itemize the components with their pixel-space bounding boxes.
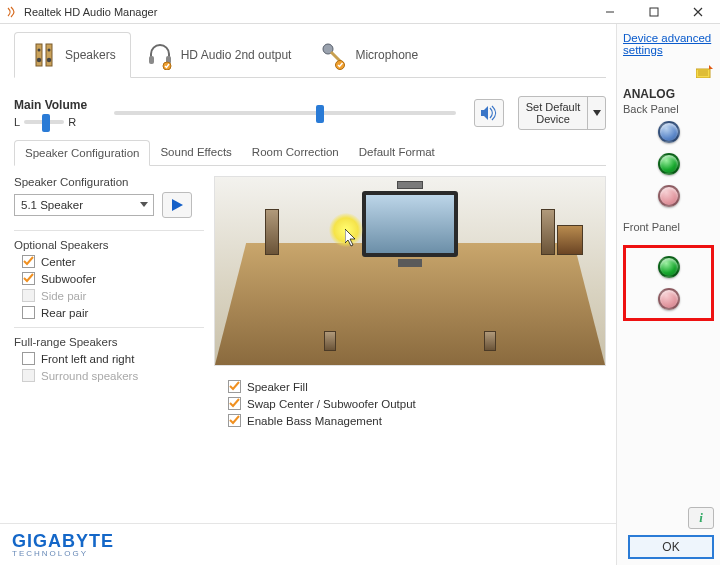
play-icon bbox=[170, 198, 184, 212]
title-bar: Realtek HD Audio Manager bbox=[0, 0, 720, 24]
app-icon bbox=[6, 6, 18, 18]
test-play-button[interactable] bbox=[162, 192, 192, 218]
checkbox-enable-bass[interactable] bbox=[228, 414, 241, 427]
svg-point-4 bbox=[48, 49, 51, 52]
set-default-device-label: Set Default Device bbox=[519, 97, 587, 129]
speaker-fill-label: Speaker Fill bbox=[247, 381, 308, 393]
front-panel-highlight-box bbox=[623, 245, 714, 321]
sub-tab-room-correction[interactable]: Room Correction bbox=[242, 140, 349, 165]
swap-center-label: Swap Center / Subwoofer Output bbox=[247, 398, 416, 410]
maximize-button[interactable] bbox=[632, 0, 676, 24]
speaker-config-label: Speaker Configuration bbox=[14, 176, 204, 188]
back-jack-line-out[interactable] bbox=[658, 153, 680, 175]
device-tabs: Speakers HD Audio 2nd output Microphone bbox=[14, 32, 606, 78]
visual-tv bbox=[362, 191, 458, 257]
svg-point-3 bbox=[38, 49, 41, 52]
surround-label: Surround speakers bbox=[41, 370, 138, 382]
balance-R-label: R bbox=[68, 116, 76, 128]
visual-center-speaker[interactable] bbox=[397, 181, 423, 189]
set-default-dropdown[interactable] bbox=[587, 97, 605, 129]
footer: GIGABYTE TECHNOLOGY bbox=[0, 523, 616, 565]
opt-rear-pair-label: Rear pair bbox=[41, 307, 88, 319]
svg-point-5 bbox=[37, 58, 41, 62]
full-range-label: Full-range Speakers bbox=[14, 336, 204, 348]
window-title: Realtek HD Audio Manager bbox=[24, 6, 588, 18]
sub-tab-speaker-config[interactable]: Speaker Configuration bbox=[14, 140, 150, 166]
microphone-icon bbox=[319, 40, 349, 70]
back-jack-line-in[interactable] bbox=[658, 121, 680, 143]
speaker-layout-visual[interactable] bbox=[214, 176, 606, 366]
tab-microphone[interactable]: Microphone bbox=[305, 32, 432, 77]
speaker-config-select[interactable]: 5.1 Speaker bbox=[14, 194, 154, 216]
balance-L-label: L bbox=[14, 116, 20, 128]
device-advanced-settings-link[interactable]: Device advanced settings bbox=[623, 32, 714, 56]
front-jack-mic[interactable] bbox=[658, 288, 680, 310]
opt-side-pair-label: Side pair bbox=[41, 290, 86, 302]
info-button[interactable]: i bbox=[688, 507, 714, 529]
minimize-button[interactable] bbox=[588, 0, 632, 24]
visual-rear-left-speaker[interactable] bbox=[324, 331, 336, 351]
svg-rect-2 bbox=[46, 44, 52, 66]
checkbox-swap-center[interactable] bbox=[228, 397, 241, 410]
front-lr-label: Front left and right bbox=[41, 353, 134, 365]
speakers-icon bbox=[29, 40, 59, 70]
chevron-down-icon bbox=[139, 199, 149, 211]
headphones-icon bbox=[145, 40, 175, 70]
sound-icon bbox=[480, 105, 498, 121]
sub-tab-sound-effects[interactable]: Sound Effects bbox=[150, 140, 241, 165]
cursor-icon bbox=[345, 229, 359, 247]
main-volume-label: Main Volume bbox=[14, 98, 106, 112]
mute-button[interactable] bbox=[474, 99, 504, 127]
analog-label: ANALOG bbox=[623, 87, 714, 101]
tab-speakers-label: Speakers bbox=[65, 48, 116, 62]
checkbox-surround bbox=[22, 369, 35, 382]
main-volume-slider[interactable] bbox=[114, 111, 456, 115]
config-sub-tabs: Speaker Configuration Sound Effects Room… bbox=[14, 140, 606, 166]
visual-rear-right-speaker[interactable] bbox=[484, 331, 496, 351]
tab-speakers[interactable]: Speakers bbox=[14, 32, 131, 78]
front-panel-label: Front Panel bbox=[623, 221, 714, 233]
ok-button[interactable]: OK bbox=[628, 535, 714, 559]
brand-sub: TECHNOLOGY bbox=[12, 550, 114, 558]
checkbox-side-pair bbox=[22, 289, 35, 302]
visual-front-left-speaker[interactable] bbox=[265, 209, 279, 255]
svg-point-6 bbox=[47, 58, 51, 62]
tab-hd-audio-2nd-label: HD Audio 2nd output bbox=[181, 48, 292, 62]
main-volume-row: Main Volume L R Set Default Device bbox=[14, 96, 606, 130]
brand-logo: GIGABYTE TECHNOLOGY bbox=[12, 532, 114, 558]
tab-microphone-label: Microphone bbox=[355, 48, 418, 62]
side-panel: Device advanced settings ANALOG Back Pan… bbox=[616, 24, 720, 565]
enable-bass-label: Enable Bass Management bbox=[247, 415, 382, 427]
visual-subwoofer[interactable] bbox=[557, 225, 583, 255]
tab-hd-audio-2nd[interactable]: HD Audio 2nd output bbox=[131, 32, 306, 77]
checkbox-subwoofer[interactable] bbox=[22, 272, 35, 285]
speaker-config-selected: 5.1 Speaker bbox=[21, 199, 83, 211]
set-default-device-button[interactable]: Set Default Device bbox=[518, 96, 606, 130]
checkbox-speaker-fill[interactable] bbox=[228, 380, 241, 393]
chevron-down-icon bbox=[593, 110, 601, 116]
checkbox-center[interactable] bbox=[22, 255, 35, 268]
sub-tab-default-format[interactable]: Default Format bbox=[349, 140, 445, 165]
balance-slider[interactable] bbox=[24, 120, 64, 124]
optional-speakers-label: Optional Speakers bbox=[14, 239, 204, 251]
back-jack-mic[interactable] bbox=[658, 185, 680, 207]
checkbox-rear-pair[interactable] bbox=[22, 306, 35, 319]
svg-rect-7 bbox=[149, 56, 154, 64]
checkbox-front-lr[interactable] bbox=[22, 352, 35, 365]
svg-rect-1 bbox=[36, 44, 42, 66]
close-button[interactable] bbox=[676, 0, 720, 24]
visual-front-right-speaker[interactable] bbox=[541, 209, 555, 255]
back-panel-label: Back Panel bbox=[623, 103, 714, 115]
connector-settings-icon[interactable] bbox=[696, 64, 714, 81]
svg-rect-0 bbox=[650, 8, 658, 16]
opt-center-label: Center bbox=[41, 256, 76, 268]
opt-subwoofer-label: Subwoofer bbox=[41, 273, 96, 285]
brand-top: GIGABYTE bbox=[12, 532, 114, 550]
front-jack-headphone[interactable] bbox=[658, 256, 680, 278]
